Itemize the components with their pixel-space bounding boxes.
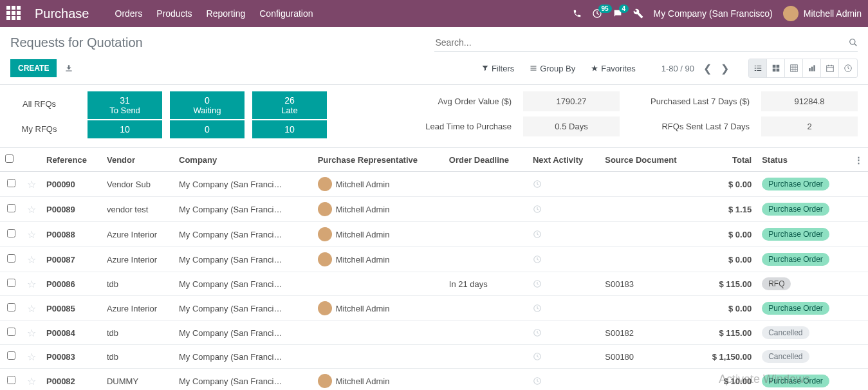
col-reference[interactable]: Reference	[41, 148, 102, 172]
kebab-icon[interactable]: ⋮	[854, 155, 863, 165]
table-row[interactable]: ☆ P00089 vendor test My Company (San Fra…	[0, 197, 868, 222]
table-row[interactable]: ☆ P00086 tdb My Company (San Francisco) …	[0, 272, 868, 296]
metric-purchased-label: Purchased Last 7 Days ($)	[626, 97, 755, 106]
star-icon[interactable]: ☆	[27, 254, 36, 265]
row-checkbox[interactable]	[7, 351, 15, 360]
star-icon[interactable]: ☆	[27, 328, 36, 339]
clock-icon[interactable]	[533, 180, 595, 189]
row-checkbox[interactable]	[7, 229, 15, 237]
cell-activity[interactable]	[528, 222, 600, 247]
table-row[interactable]: ☆ P00084 tdb My Company (San Francisco) …	[0, 321, 868, 345]
col-rep[interactable]: Purchase Representative	[313, 148, 444, 172]
col-activity[interactable]: Next Activity	[528, 148, 600, 172]
discuss-icon[interactable]: 4	[613, 8, 623, 19]
table-row[interactable]: ☆ P00088 Azure Interior My Company (San …	[0, 222, 868, 247]
download-icon[interactable]	[64, 64, 73, 73]
avatar-icon	[318, 252, 332, 266]
table-row[interactable]: ☆ P00083 tdb My Company (San Francisco) …	[0, 345, 868, 369]
pager-next-icon[interactable]: ❯	[721, 62, 729, 75]
cell-activity[interactable]	[528, 345, 600, 369]
nav-orders[interactable]: Orders	[115, 8, 143, 19]
cell-activity[interactable]	[528, 296, 600, 321]
apps-icon[interactable]	[6, 6, 22, 21]
cell-deadline	[444, 321, 528, 345]
cell-reference: P00085	[41, 296, 102, 321]
row-checkbox[interactable]	[7, 254, 15, 263]
clock-icon[interactable]	[533, 304, 595, 313]
svg-rect-5	[772, 69, 775, 72]
app-brand[interactable]: Purchase	[35, 6, 89, 21]
row-checkbox[interactable]	[7, 376, 15, 384]
view-calendar-icon[interactable]	[821, 59, 839, 77]
cell-activity[interactable]	[528, 172, 600, 197]
col-total[interactable]: Total	[697, 148, 757, 172]
clock-icon[interactable]	[533, 352, 595, 361]
cell-activity[interactable]	[528, 272, 600, 296]
cell-vendor: Azure Interior	[102, 296, 174, 321]
search-icon[interactable]	[849, 38, 858, 47]
phone-icon[interactable]	[573, 9, 582, 18]
star-icon[interactable]: ☆	[27, 351, 36, 362]
row-checkbox[interactable]	[7, 279, 15, 287]
view-list-icon[interactable]	[749, 59, 767, 77]
select-all-checkbox[interactable]	[5, 154, 14, 163]
nav-products[interactable]: Products	[156, 8, 192, 19]
star-icon[interactable]: ☆	[27, 204, 36, 215]
pager-text[interactable]: 1-80 / 90	[661, 64, 694, 73]
dash-tile[interactable]: 0Waiting	[170, 91, 245, 120]
activity-icon[interactable]: 95	[592, 8, 602, 19]
table-row[interactable]: ☆ P00087 Azure Interior My Company (San …	[0, 247, 868, 272]
debug-icon[interactable]	[633, 8, 643, 19]
favorites-button[interactable]: Favorites	[591, 64, 635, 73]
nav-reporting[interactable]: Reporting	[207, 8, 246, 19]
clock-icon[interactable]	[533, 205, 595, 214]
cell-activity[interactable]	[528, 197, 600, 222]
cell-activity[interactable]	[528, 247, 600, 272]
search-input[interactable]	[434, 33, 849, 51]
view-kanban-icon[interactable]	[767, 59, 785, 77]
dash-tile-my[interactable]: 10	[252, 120, 327, 138]
view-activity-icon[interactable]	[839, 59, 857, 77]
company-selector[interactable]: My Company (San Francisco)	[654, 8, 773, 19]
star-icon[interactable]: ☆	[27, 229, 36, 240]
create-button[interactable]: CREATE	[10, 59, 57, 77]
view-pivot-icon[interactable]	[785, 59, 803, 77]
clock-icon[interactable]	[533, 279, 595, 288]
dash-tile[interactable]: 31To Send	[88, 91, 162, 120]
cell-source	[600, 296, 697, 321]
col-source[interactable]: Source Document	[600, 148, 697, 172]
cell-activity[interactable]	[528, 369, 600, 391]
row-checkbox[interactable]	[7, 179, 15, 187]
clock-icon[interactable]	[533, 255, 595, 264]
clock-icon[interactable]	[533, 328, 595, 337]
col-company[interactable]: Company	[174, 148, 313, 172]
row-checkbox[interactable]	[7, 204, 15, 212]
search-bar[interactable]	[434, 33, 858, 52]
pager-prev-icon[interactable]: ❮	[703, 62, 712, 75]
user-menu[interactable]: Mitchell Admin	[783, 6, 862, 21]
star-icon[interactable]: ☆	[27, 179, 36, 190]
dash-tile-my[interactable]: 0	[170, 120, 245, 138]
col-vendor[interactable]: Vendor	[102, 148, 174, 172]
row-checkbox[interactable]	[7, 303, 15, 311]
table-row[interactable]: ☆ P00082 DUMMY My Company (San Francisco…	[0, 369, 868, 391]
clock-icon[interactable]	[533, 230, 595, 239]
nav-configuration[interactable]: Configuration	[259, 8, 313, 19]
col-deadline[interactable]: Order Deadline	[444, 148, 528, 172]
table-row[interactable]: ☆ P00090 Vendor Sub My Company (San Fran…	[0, 172, 868, 197]
groupby-button[interactable]: Group By	[530, 64, 575, 73]
table-row[interactable]: ☆ P00085 Azure Interior My Company (San …	[0, 296, 868, 321]
dash-tile[interactable]: 26Late	[252, 91, 327, 120]
status-badge: Purchase Order	[762, 203, 829, 216]
col-status[interactable]: Status	[757, 148, 849, 172]
view-graph-icon[interactable]	[803, 59, 821, 77]
row-checkbox[interactable]	[7, 328, 15, 336]
dash-tile-my[interactable]: 10	[88, 120, 162, 138]
cell-status: RFQ	[757, 272, 849, 296]
cell-activity[interactable]	[528, 321, 600, 345]
clock-icon[interactable]	[533, 376, 595, 385]
star-icon[interactable]: ☆	[27, 303, 36, 314]
star-icon[interactable]: ☆	[27, 279, 36, 290]
star-icon[interactable]: ☆	[27, 376, 36, 387]
filters-button[interactable]: Filters	[481, 64, 514, 73]
